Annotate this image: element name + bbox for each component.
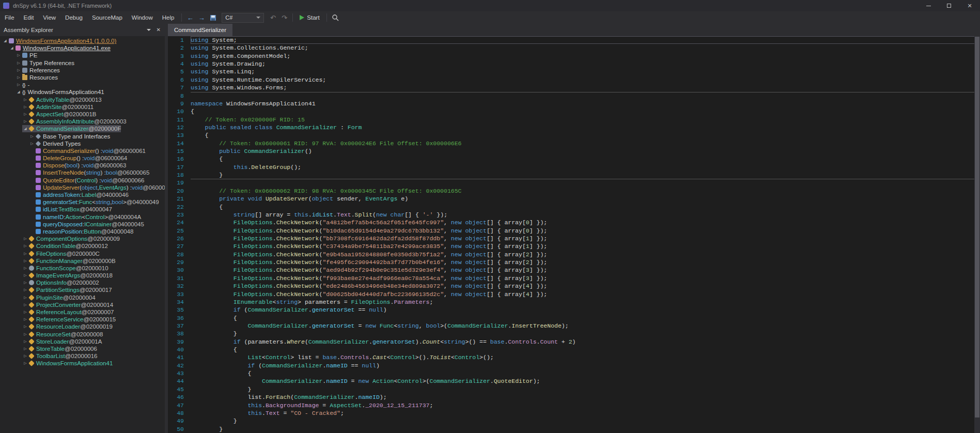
navigate-forward-button[interactable]: → bbox=[196, 12, 207, 23]
tree-node[interactable]: ◢WindowsFormsApplication41 (1.0.0.0) bbox=[0, 37, 165, 44]
collapsed-arrow-icon[interactable]: ▷ bbox=[22, 310, 28, 314]
collapsed-arrow-icon[interactable]: ▷ bbox=[22, 288, 28, 292]
collapsed-arrow-icon[interactable]: ▷ bbox=[22, 339, 28, 344]
collapsed-arrow-icon[interactable]: ▷ bbox=[15, 53, 22, 57]
collapsed-arrow-icon[interactable]: ▷ bbox=[22, 237, 28, 241]
tree-node[interactable]: ▷ActivityTable @02000013 bbox=[0, 96, 165, 103]
language-select[interactable]: C# bbox=[222, 13, 264, 23]
tree-node[interactable]: ▷ReferenceService @02000015 bbox=[0, 316, 165, 323]
expanded-arrow-icon[interactable]: ◢ bbox=[22, 127, 28, 131]
tree-node[interactable]: ▷ReferenceLayout @02000007 bbox=[0, 308, 165, 316]
expanded-arrow-icon[interactable]: ◢ bbox=[15, 90, 22, 94]
tree-node[interactable]: ▷AspectSet @0200001B bbox=[0, 111, 165, 118]
tree-node[interactable]: ▷Resources bbox=[0, 74, 165, 81]
panel-close-icon[interactable]: ✕ bbox=[157, 27, 161, 33]
collapsed-arrow-icon[interactable]: ▷ bbox=[22, 244, 28, 248]
tree-node[interactable]: idList : TextBox @04000047 bbox=[0, 206, 165, 213]
navigate-back-button[interactable]: ← bbox=[184, 12, 196, 23]
tree-node[interactable]: Dispose(bool) : void @06000063 bbox=[0, 162, 165, 169]
collapsed-arrow-icon[interactable]: ▷ bbox=[22, 98, 28, 102]
tab-commandserializer[interactable]: CommandSerializer bbox=[168, 24, 232, 36]
tree-node[interactable]: ▷ResourceSet @02000008 bbox=[0, 331, 165, 338]
tree-node[interactable]: ◢CommandSerializer @0200000F bbox=[0, 125, 165, 132]
tree-node[interactable]: ▷ImageEventArgs @02000018 bbox=[0, 272, 165, 279]
start-debug-button[interactable]: Start bbox=[295, 12, 323, 23]
tree-node[interactable]: CommandSerializer() : void @06000061 bbox=[0, 147, 165, 154]
tree-node[interactable]: ▷StoreTable @02000006 bbox=[0, 345, 165, 352]
collapsed-arrow-icon[interactable]: ▷ bbox=[15, 75, 22, 80]
tree-node[interactable]: ▷ComponentOptions @02000009 bbox=[0, 235, 165, 242]
tree-node[interactable]: ▷PluginSite @02000004 bbox=[0, 294, 165, 301]
tree-node[interactable]: ◢{}WindowsFormsApplication41 bbox=[0, 88, 165, 96]
tree-node[interactable]: ▷WindowsFormsApplication41 bbox=[0, 360, 165, 367]
collapsed-arrow-icon[interactable]: ▷ bbox=[22, 296, 28, 300]
undo-button[interactable]: ↶ bbox=[267, 12, 278, 23]
tree-node[interactable]: ▷Derived Types bbox=[0, 140, 165, 147]
menu-window[interactable]: Window bbox=[127, 14, 158, 21]
collapsed-arrow-icon[interactable]: ▷ bbox=[22, 317, 28, 321]
tree-node[interactable]: ▷ProjectConverter @02000014 bbox=[0, 301, 165, 308]
tree-node[interactable]: addressToken : Label @04000046 bbox=[0, 191, 165, 198]
collapsed-arrow-icon[interactable]: ▷ bbox=[22, 332, 28, 336]
expanded-arrow-icon[interactable]: ◢ bbox=[2, 39, 8, 43]
tree-node[interactable]: queryDisposed : IContainer @04000045 bbox=[0, 221, 165, 228]
collapsed-arrow-icon[interactable]: ▷ bbox=[22, 361, 28, 365]
collapsed-arrow-icon[interactable]: ▷ bbox=[15, 61, 22, 65]
collapsed-arrow-icon[interactable]: ▷ bbox=[22, 112, 28, 116]
tree-node[interactable]: ▷AssemblyInfoAttribute @02000003 bbox=[0, 118, 165, 125]
collapsed-arrow-icon[interactable]: ▷ bbox=[22, 281, 28, 285]
tree-node[interactable]: DeleteGroup() : void @06000064 bbox=[0, 154, 165, 162]
collapsed-arrow-icon[interactable]: ▷ bbox=[22, 119, 28, 123]
collapsed-arrow-icon[interactable]: ▷ bbox=[29, 142, 35, 146]
editor-vertical-scrollbar[interactable] bbox=[974, 36, 980, 433]
tree-node[interactable]: UpdateServer(object, EventArgs) : void @… bbox=[0, 184, 165, 191]
tree-node[interactable]: nameID : Action<Control> @0400004A bbox=[0, 213, 165, 221]
tree-node[interactable]: ▷ResourceLoader @02000019 bbox=[0, 323, 165, 330]
collapsed-arrow-icon[interactable]: ▷ bbox=[22, 252, 28, 256]
close-button[interactable]: ✕ bbox=[959, 0, 980, 11]
menu-help[interactable]: Help bbox=[158, 14, 179, 21]
menu-sourcemap[interactable]: SourceMap bbox=[87, 14, 127, 21]
collapsed-arrow-icon[interactable]: ▷ bbox=[22, 266, 28, 270]
tree-node[interactable]: ▷FunctionScope @02000010 bbox=[0, 265, 165, 272]
minimize-button[interactable] bbox=[918, 0, 939, 11]
tree-node[interactable]: ▷ConditionTable @02000012 bbox=[0, 242, 165, 250]
collapsed-arrow-icon[interactable]: ▷ bbox=[29, 134, 35, 138]
collapsed-arrow-icon[interactable]: ▷ bbox=[15, 68, 22, 72]
expanded-arrow-icon[interactable]: ◢ bbox=[9, 46, 15, 50]
tree-node[interactable]: ▷StoreLoader @0200001A bbox=[0, 338, 165, 345]
tree-node[interactable]: ▷{}- bbox=[0, 81, 165, 88]
tree-node[interactable]: ▷PartitionSettings @02000017 bbox=[0, 286, 165, 293]
menu-file[interactable]: File bbox=[0, 14, 19, 21]
tree-node[interactable]: ▷PE bbox=[0, 52, 165, 59]
collapsed-arrow-icon[interactable]: ▷ bbox=[22, 347, 28, 351]
redo-button[interactable]: ↷ bbox=[278, 12, 290, 23]
collapsed-arrow-icon[interactable]: ▷ bbox=[22, 105, 28, 109]
tree-node[interactable]: ▷FunctionManager @0200000B bbox=[0, 257, 165, 265]
menu-debug[interactable]: Debug bbox=[60, 14, 87, 21]
menu-view[interactable]: View bbox=[38, 14, 60, 21]
tree-node[interactable]: reasonPosition : Button @04000048 bbox=[0, 228, 165, 235]
panel-menu-chevron-down-icon[interactable] bbox=[147, 29, 151, 31]
tree-node[interactable]: ▷OptionsInfo @02000002 bbox=[0, 279, 165, 286]
collapsed-arrow-icon[interactable]: ▷ bbox=[22, 354, 28, 358]
menu-edit[interactable]: Edit bbox=[19, 14, 39, 21]
code-editor[interactable]: 1using System;2using System.Collections.… bbox=[168, 36, 980, 433]
collapsed-arrow-icon[interactable]: ▷ bbox=[22, 303, 28, 307]
tree-node[interactable]: ▷Base Type and Interfaces bbox=[0, 132, 165, 140]
scrollbar-thumb[interactable] bbox=[975, 37, 979, 417]
save-all-button[interactable] bbox=[207, 12, 219, 23]
maximize-button[interactable] bbox=[939, 0, 959, 11]
tree-node[interactable]: ▷AddinSite @02000011 bbox=[0, 103, 165, 111]
collapsed-arrow-icon[interactable]: ▷ bbox=[22, 273, 28, 277]
collapsed-arrow-icon[interactable]: ▷ bbox=[22, 259, 28, 263]
tree-node[interactable]: InsertTreeNode(string) : bool @06000065 bbox=[0, 169, 165, 176]
tree-node[interactable]: generatorSet : Func<string, bool> @04000… bbox=[0, 198, 165, 206]
tree-node[interactable]: ▷ToolbarList @02000016 bbox=[0, 352, 165, 360]
collapsed-arrow-icon[interactable]: ▷ bbox=[15, 83, 22, 87]
tree-node[interactable]: ▷FileOptions @0200000C bbox=[0, 250, 165, 257]
tree-node[interactable]: ▷Type References bbox=[0, 59, 165, 67]
search-assemblies-button[interactable] bbox=[330, 12, 341, 23]
tree-node[interactable]: ◢WindowsFormsApplication41.exe bbox=[0, 44, 165, 52]
collapsed-arrow-icon[interactable]: ▷ bbox=[22, 324, 28, 329]
